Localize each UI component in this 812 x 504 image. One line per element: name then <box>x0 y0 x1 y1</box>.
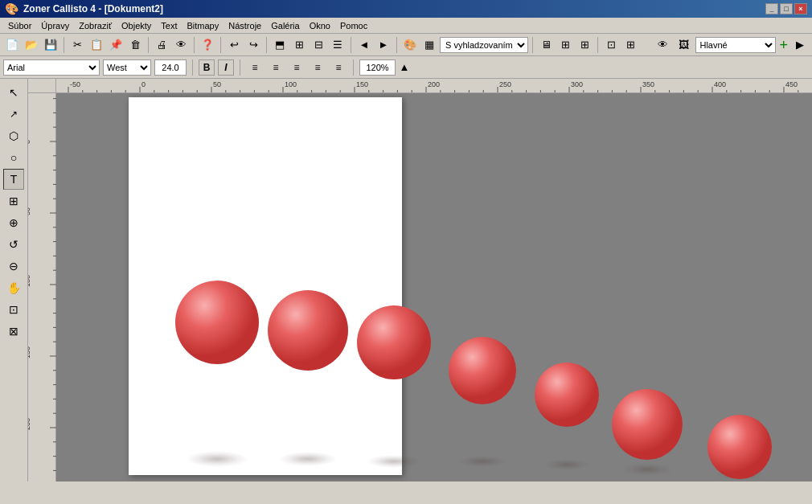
table-tool[interactable]: ⊞ <box>3 191 24 211</box>
crop-tool[interactable]: ⊠ <box>3 321 24 342</box>
menu-nastroje[interactable]: Nástroje <box>224 19 266 32</box>
eye-btn[interactable]: 👁 <box>654 36 671 54</box>
add-panel-btn[interactable]: + <box>779 38 788 52</box>
sep1 <box>64 37 64 53</box>
menu-okno[interactable]: Okno <box>305 19 335 32</box>
font-size-input[interactable] <box>154 59 187 76</box>
node-left-btn[interactable]: ◄ <box>355 36 373 54</box>
text-align-select[interactable]: West <box>103 59 151 76</box>
sphere-5 <box>535 363 599 427</box>
align-btn[interactable]: ☰ <box>329 36 347 54</box>
panel-select[interactable]: Hlavné <box>695 37 776 53</box>
menu-zobrazit[interactable]: Zobraziť <box>74 19 117 32</box>
zoom-out-tool[interactable]: ⊖ <box>3 256 24 277</box>
align-full-btn[interactable]: ≡ <box>330 59 347 76</box>
ruler-left-svg: 050100150200 <box>28 93 56 481</box>
paste-btn[interactable]: 📌 <box>107 36 125 54</box>
panel-icon-btn[interactable]: 🖼 <box>675 36 692 54</box>
color-btn[interactable]: 🎨 <box>401 36 419 54</box>
preview-btn[interactable]: 👁 <box>172 36 190 54</box>
svg-text:-50: -50 <box>70 80 80 88</box>
shadow-6 <box>621 463 673 476</box>
snap2-btn[interactable]: ⊞ <box>621 36 639 54</box>
sep-font3 <box>353 59 354 76</box>
sphere-4 <box>449 337 516 404</box>
svg-text:50: 50 <box>213 80 221 88</box>
sphere-6 <box>612 389 683 460</box>
gradient-btn[interactable]: ▦ <box>420 36 438 54</box>
group-btn[interactable]: ⊞ <box>290 36 308 54</box>
close-btn[interactable]: × <box>794 3 807 14</box>
redo-btn[interactable]: ↪ <box>244 36 262 54</box>
layers-btn[interactable]: ⊞ <box>556 36 574 54</box>
direct-select-tool[interactable]: ↗ <box>3 104 24 125</box>
ungroup-btn[interactable]: ⊟ <box>310 36 327 54</box>
ruler-top-svg: -50050100150200250300350400450 <box>56 79 812 93</box>
help-btn[interactable]: ❓ <box>199 36 216 54</box>
font-select[interactable]: Arial <box>3 59 100 76</box>
canvas-area: -50050100150200250300350400450 050100150… <box>28 79 812 481</box>
menu-upravy[interactable]: Úpravy <box>36 19 74 32</box>
sep8 <box>532 37 533 53</box>
maximize-btn[interactable]: □ <box>780 3 793 14</box>
align-justify-btn[interactable]: ≡ <box>309 59 326 76</box>
right-panel-area: 👁 🖼 Hlavné + ▶ <box>654 36 809 54</box>
delete-btn[interactable]: 🗑 <box>126 36 144 54</box>
svg-text:150: 150 <box>356 80 368 88</box>
undo-btn[interactable]: ↩ <box>225 36 243 54</box>
pointer-tool[interactable]: ↖ <box>3 82 24 103</box>
node-tool[interactable]: ⬡ <box>3 125 24 146</box>
italic-btn[interactable]: I <box>218 59 234 76</box>
text-tool[interactable]: T <box>3 169 24 190</box>
hand-tool[interactable]: ✋ <box>3 277 24 298</box>
menu-objekty[interactable]: Objekty <box>117 19 156 32</box>
align-left-btn[interactable]: ≡ <box>246 59 264 76</box>
menu-bitmapy[interactable]: Bitmapy <box>182 19 224 32</box>
svg-text:300: 300 <box>571 80 583 88</box>
ruler-corner <box>28 79 56 93</box>
sep6 <box>351 37 351 53</box>
shadow-3 <box>367 455 420 468</box>
svg-text:350: 350 <box>642 80 654 88</box>
svg-text:400: 400 <box>714 80 726 88</box>
menu-subor[interactable]: Súbor <box>3 19 36 32</box>
doc-canvas[interactable] <box>56 93 812 481</box>
bold-btn[interactable]: B <box>199 59 215 76</box>
align-center-btn[interactable]: ≡ <box>267 59 285 76</box>
sep-font2 <box>240 59 240 76</box>
eyedropper-tool[interactable]: ⊡ <box>3 299 24 320</box>
save-btn[interactable]: 💾 <box>42 36 59 54</box>
minimize-btn[interactable]: _ <box>765 3 778 14</box>
sep2 <box>148 37 149 53</box>
menu-galeria[interactable]: Galéria <box>266 19 304 32</box>
menu-text[interactable]: Text <box>156 19 182 32</box>
zoom-up-btn[interactable]: ▲ <box>399 59 410 76</box>
menu-pomoc[interactable]: Pomoc <box>335 19 372 32</box>
monitor-btn[interactable]: 🖥 <box>537 36 555 54</box>
zoom-in-tool[interactable]: ⊕ <box>3 212 24 233</box>
panel-extra-btn[interactable]: ▶ <box>791 36 809 54</box>
ellipse-tool[interactable]: ○ <box>3 147 24 168</box>
grid-btn[interactable]: ⊞ <box>576 36 593 54</box>
sep3 <box>194 37 195 53</box>
open-btn[interactable]: 📂 <box>23 36 40 54</box>
rotate-tool[interactable]: ↺ <box>3 234 24 255</box>
title-bar: 🎨 Zoner Callisto 4 - [Dokument2] _ □ × <box>0 0 812 18</box>
arrange-btn[interactable]: ⬒ <box>271 36 289 54</box>
smoothing-select[interactable]: S vyhladzovaním <box>440 37 528 53</box>
new-btn[interactable]: 📄 <box>3 36 21 54</box>
left-toolbar: ↖ ↗ ⬡ ○ T ⊞ ⊕ ↺ ⊖ ✋ ⊡ ⊠ <box>0 79 28 481</box>
node-right-btn[interactable]: ► <box>375 36 392 54</box>
sep7 <box>396 37 397 53</box>
zoom-input[interactable] <box>359 59 396 76</box>
font-toolbar: Arial West B I ≡ ≡ ≡ ≡ ≡ ▲ <box>0 56 812 79</box>
align-right-btn[interactable]: ≡ <box>288 59 306 76</box>
ruler-left: 050100150200 <box>28 93 56 481</box>
cut-btn[interactable]: ✂ <box>68 36 86 54</box>
sphere-1 <box>175 281 259 364</box>
print-btn[interactable]: 🖨 <box>153 36 170 54</box>
window-controls: _ □ × <box>765 3 807 14</box>
snap-btn[interactable]: ⊡ <box>602 36 620 54</box>
copy-btn[interactable]: 📋 <box>88 36 105 54</box>
sep5 <box>266 37 267 53</box>
